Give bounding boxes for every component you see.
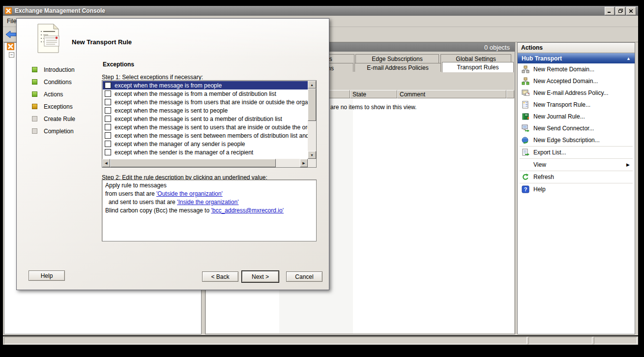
checkbox-unchecked-icon[interactable] xyxy=(105,116,111,122)
exception-item[interactable]: except when the message is from users th… xyxy=(103,98,308,106)
cancel-button-label: Cancel xyxy=(295,273,313,280)
svg-text:?: ? xyxy=(524,186,527,192)
close-button[interactable] xyxy=(626,7,636,15)
remote-domain-icon xyxy=(522,65,529,73)
exception-item[interactable]: except when the message is sent to peopl… xyxy=(103,106,308,115)
restore-icon xyxy=(618,7,623,14)
send-connector-icon xyxy=(522,124,529,132)
exception-item[interactable]: except when the message is from people xyxy=(103,81,308,89)
checkbox-unchecked-icon[interactable] xyxy=(105,124,111,130)
action-new-send-connector[interactable]: New Send Connector... xyxy=(518,122,635,134)
scroll-down-button[interactable]: ▼ xyxy=(308,151,316,159)
exception-label: except when the manager of any sender is… xyxy=(115,141,245,148)
action-new-remote-domain[interactable]: New Remote Domain... xyxy=(518,63,635,75)
rule-description-line: Apply rule to messages xyxy=(105,181,313,190)
restore-button[interactable] xyxy=(615,7,625,15)
scrollbar-corner xyxy=(308,159,316,167)
tree-root-exchange-icon[interactable] xyxy=(7,43,14,52)
tab-edge-subscriptions[interactable]: Edge Subscriptions xyxy=(355,54,439,63)
exception-item[interactable]: except when the message is sent to a mem… xyxy=(103,115,308,123)
export-list-icon xyxy=(522,149,529,156)
scroll-left-button[interactable]: ◀ xyxy=(102,159,110,167)
wizard-step-conditions: Conditions xyxy=(32,76,75,88)
vertical-scroll-thumb[interactable] xyxy=(308,89,316,121)
action-help[interactable]: ?Help xyxy=(518,183,635,195)
action-new-journal-rule[interactable]: New Journal Rule... xyxy=(518,111,635,122)
action-new-edge-subscription[interactable]: New Edge Subscription... xyxy=(518,134,635,146)
wizard-step-label: Create Rule xyxy=(44,116,75,122)
scroll-right-icon: ▶ xyxy=(302,161,305,165)
screen: Exchange Management Console File − 0 obj… xyxy=(0,0,644,357)
journal-rule-icon xyxy=(522,113,529,120)
column-header-state[interactable]: State xyxy=(350,90,397,98)
window-title: Exchange Management Console xyxy=(15,7,105,14)
checkbox-unchecked-icon[interactable] xyxy=(105,107,111,114)
checkbox-unchecked-icon[interactable] xyxy=(105,90,111,97)
action-label: New Edge Subscription... xyxy=(533,137,600,144)
object-count: 0 objects xyxy=(484,44,510,51)
wizard-step-actions: Actions xyxy=(32,88,75,100)
action-refresh[interactable]: Refresh xyxy=(518,171,635,183)
exception-item[interactable]: except when the message is sent between … xyxy=(103,131,308,140)
vertical-scrollbar[interactable]: ▲ ▼ xyxy=(308,81,316,159)
cancel-button[interactable]: Cancel xyxy=(286,271,322,282)
rule-value-link[interactable]: 'bcc_address@mxrecord.io' xyxy=(211,207,284,214)
column-header-comment[interactable]: Comment xyxy=(397,90,506,98)
back-button[interactable]: < Back xyxy=(202,271,238,282)
exception-item[interactable]: except when the sender is the manager of… xyxy=(103,148,308,156)
action-new-transport-rule[interactable]: New Transport Rule... xyxy=(518,99,635,111)
step-state-icon xyxy=(32,67,37,72)
checkbox-unchecked-icon[interactable] xyxy=(105,99,111,105)
horizontal-scroll-thumb[interactable] xyxy=(110,159,276,167)
exception-item[interactable]: except when the message is from a member… xyxy=(103,89,308,98)
scroll-right-button[interactable]: ▶ xyxy=(300,159,308,167)
status-cell xyxy=(4,337,527,344)
action-label: New Transport Rule... xyxy=(533,101,590,108)
scroll-up-icon: ▲ xyxy=(310,83,314,87)
minimize-button[interactable] xyxy=(605,7,615,15)
action-label: New Accepted Domain... xyxy=(533,78,598,85)
exception-label: except when the message is sent to users… xyxy=(115,124,308,131)
wizard-step-label: Completion xyxy=(44,128,74,135)
checkbox-unchecked-icon[interactable] xyxy=(105,132,111,139)
action-label: Refresh xyxy=(533,174,554,180)
section-title: Exceptions xyxy=(103,61,134,68)
none xyxy=(522,161,529,169)
rule-value-link[interactable]: 'Outside the organization' xyxy=(156,190,223,197)
rule-text: from users that are xyxy=(105,190,156,197)
help-button[interactable]: Help xyxy=(29,270,65,281)
exceptions-listbox[interactable]: except when the message is from peopleex… xyxy=(102,80,317,168)
action-view[interactable]: View▶ xyxy=(518,159,635,171)
exception-item[interactable]: except when the message is sent to users… xyxy=(103,123,308,131)
menu-file[interactable]: File xyxy=(7,18,16,25)
checkbox-unchecked-icon[interactable] xyxy=(105,82,111,89)
action-new-e-mail-address-policy[interactable]: New E-mail Address Policy... xyxy=(518,87,635,99)
exception-item[interactable]: except when the manager of any sender is… xyxy=(103,140,308,148)
scroll-up-button[interactable]: ▲ xyxy=(308,81,316,89)
actions-pane-title: Actions xyxy=(518,43,635,53)
action-new-accepted-domain[interactable]: New Accepted Domain... xyxy=(518,75,635,87)
next-button[interactable]: Next > xyxy=(242,271,279,282)
exception-label: except when the sender is the manager of… xyxy=(115,149,253,156)
back-arrow-icon xyxy=(6,30,17,40)
rule-description-line: Blind carbon copy (Bcc) the message to '… xyxy=(105,207,313,215)
accepted-domain-icon xyxy=(522,77,529,85)
tab-email-address-policies[interactable]: E-mail Address Policies xyxy=(354,63,441,72)
exception-label: except when the message is sent to peopl… xyxy=(115,107,228,114)
action-label: Export List... xyxy=(533,149,566,156)
exception-label: except when the message is from people xyxy=(115,82,222,89)
tab-transport-rules[interactable]: Transport Rules xyxy=(442,62,514,72)
column-label: State xyxy=(352,91,366,98)
checkbox-unchecked-icon[interactable] xyxy=(105,141,111,147)
tree-collapse-box-icon[interactable]: − xyxy=(9,52,14,58)
checkbox-unchecked-icon[interactable] xyxy=(105,149,111,155)
actions-group-hub-transport[interactable]: Hub Transport ▲ xyxy=(518,53,635,63)
action-export-list[interactable]: Export List... xyxy=(518,147,635,158)
action-label: View xyxy=(533,161,546,168)
empty-list-text: are no items to show in this view. xyxy=(330,104,416,111)
rule-value-link[interactable]: 'Inside the organization' xyxy=(177,199,238,206)
horizontal-scrollbar[interactable]: ◀ ▶ xyxy=(102,159,308,167)
step-state-icon xyxy=(32,116,37,121)
dialog-header-sheen xyxy=(17,19,329,58)
collapse-chevron-icon[interactable]: ▲ xyxy=(626,56,631,61)
